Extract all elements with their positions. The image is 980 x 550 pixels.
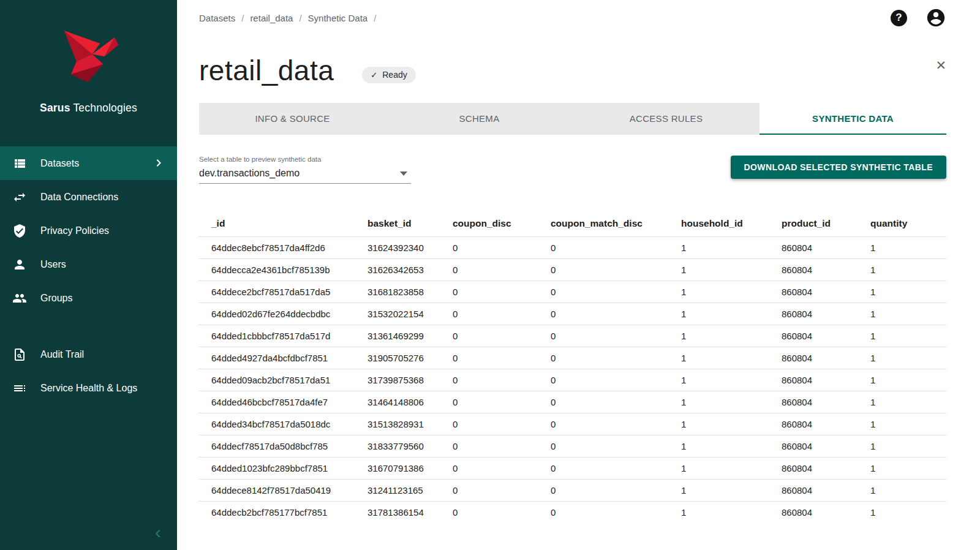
cell-household-id: 1	[681, 237, 782, 259]
sidebar-item-users[interactable]: Users	[0, 247, 177, 281]
account-icon[interactable]	[925, 7, 946, 28]
origami-bird-icon	[55, 29, 123, 86]
sarus-logo	[0, 0, 177, 86]
table-row[interactable]: 64ddece8142f78517da504193124112316500186…	[199, 480, 946, 502]
sidebar-item-privacy-policies[interactable]: Privacy Policies	[0, 214, 177, 247]
cell-coupon-match-disc: 0	[551, 369, 681, 391]
column-header-basket-id: basket_id	[368, 212, 453, 237]
cell-coupon-match-disc: 0	[551, 237, 681, 259]
cell-quantity: 1	[870, 259, 946, 281]
cell-quantity: 1	[870, 435, 946, 458]
top-icons: ?	[891, 7, 946, 28]
cell-basket-id: 31781386154	[368, 502, 453, 524]
tab-access-rules[interactable]: ACCESS RULES	[573, 103, 760, 135]
sidebar-item-service-health-logs[interactable]: Service Health & Logs	[0, 371, 177, 405]
cell-product-id: 860804	[782, 347, 870, 369]
cell-household-id: 1	[681, 303, 782, 325]
cell-id: 64dded4927da4bcfdbcf7851	[199, 347, 368, 369]
download-synthetic-table-button[interactable]: DOWNLOAD SELECTED SYNTHETIC TABLE	[731, 156, 947, 179]
cell-product-id: 860804	[782, 325, 870, 347]
collapse-sidebar-icon[interactable]: ‹	[155, 523, 161, 541]
cell-quantity: 1	[870, 237, 946, 259]
cell-coupon-disc: 0	[453, 281, 551, 303]
cell-id: 64ddecb2bcf785177bcf7851	[199, 502, 368, 524]
help-icon[interactable]: ?	[891, 10, 907, 26]
sidebar-item-label: Users	[40, 259, 66, 270]
table-row[interactable]: 64ddece2bcf78517da517da53168182385800186…	[199, 281, 946, 303]
breadcrumb-item-retail-data[interactable]: retail_data	[250, 13, 293, 23]
cell-coupon-match-disc: 0	[551, 391, 681, 413]
cell-coupon-match-disc: 0	[551, 259, 681, 281]
table-select[interactable]: dev.transactions_demo	[199, 168, 411, 184]
sidebar-item-data-connections[interactable]: Data Connections	[0, 180, 177, 214]
table-row[interactable]: 64ddecf78517da50d8bcf7853183377956000186…	[199, 435, 946, 458]
cell-coupon-disc: 0	[453, 458, 551, 480]
breadcrumb-separator: /	[241, 13, 244, 23]
breadcrumb-item-synthetic-data[interactable]: Synthetic Data	[308, 13, 368, 23]
cell-product-id: 860804	[782, 303, 870, 325]
cell-id: 64ddec8ebcf78517da4ff2d6	[199, 237, 368, 259]
column-header-coupon-disc: coupon_disc	[453, 212, 551, 237]
table-row[interactable]: 64dded02d67fe264ddecbdbc3153202215400186…	[199, 303, 946, 325]
cell-household-id: 1	[681, 259, 782, 281]
breadcrumb-separator: /	[374, 13, 376, 23]
table-row[interactable]: 64dded4927da4bcfdbcf78513190570527600186…	[199, 347, 946, 369]
tab-synthetic-data[interactable]: SYNTHETIC DATA	[760, 103, 946, 135]
close-icon[interactable]: ✕	[935, 59, 946, 72]
sidebar-item-label: Privacy Policies	[40, 225, 109, 236]
column-header-quantity: quantity	[870, 212, 946, 237]
cell-id: 64ddece2bcf78517da517da5	[199, 281, 368, 303]
cell-product-id: 860804	[782, 435, 870, 458]
table-row[interactable]: 64ddec8ebcf78517da4ff2d63162439234000186…	[199, 237, 946, 259]
tab-schema[interactable]: SCHEMA	[386, 103, 573, 135]
sidebar-item-audit-trail[interactable]: Audit Trail	[0, 337, 177, 371]
breadcrumb-item-datasets[interactable]: Datasets	[199, 13, 235, 23]
sidebar-item-groups[interactable]: Groups	[0, 281, 177, 315]
cell-household-id: 1	[681, 502, 782, 524]
logs-icon	[12, 381, 27, 396]
cell-coupon-match-disc: 0	[551, 458, 681, 480]
tab-bar: INFO & SOURCESCHEMAACCESS RULESSYNTHETIC…	[199, 103, 946, 135]
cell-coupon-match-disc: 0	[551, 281, 681, 303]
cell-product-id: 860804	[782, 458, 870, 480]
cell-id: 64ddece8142f78517da50419	[199, 480, 368, 502]
table-row[interactable]: 64ddecca2e4361bcf785139b3162634265300186…	[199, 259, 946, 281]
cell-coupon-disc: 0	[453, 259, 551, 281]
sidebar-item-label: Groups	[40, 293, 72, 304]
status-label: Ready	[382, 70, 407, 80]
people-icon	[12, 291, 27, 306]
table-row[interactable]: 64dded46bcbcf78517da4fe73146414880600186…	[199, 391, 946, 413]
cell-quantity: 1	[870, 281, 946, 303]
cell-coupon-match-disc: 0	[551, 435, 681, 458]
swap-arrows-icon	[12, 190, 27, 205]
cell-household-id: 1	[681, 347, 782, 369]
table-header: _idbasket_idcoupon_disccoupon_match_disc…	[199, 212, 946, 237]
cell-basket-id: 31670791386	[368, 458, 453, 480]
cell-quantity: 1	[870, 325, 946, 347]
table-row[interactable]: 64ddecb2bcf785177bcf78513178138615400186…	[199, 502, 946, 524]
cell-id: 64ddecca2e4361bcf785139b	[199, 259, 368, 281]
table-row[interactable]: 64dded34bcf78517da5018dc3151382893100186…	[199, 413, 946, 435]
cell-coupon-disc: 0	[453, 325, 551, 347]
cell-basket-id: 31241123165	[368, 480, 453, 502]
cell-id: 64dded46bcbcf78517da4fe7	[199, 391, 368, 413]
title-row: retail_data ✓ Ready ✕	[199, 54, 946, 87]
table-row[interactable]: 64dded1cbbbcf78517da517d3136146929900186…	[199, 325, 946, 347]
table-row[interactable]: 64dded09acb2bcf78517da513173987536800186…	[199, 369, 946, 391]
cell-basket-id: 31739875368	[368, 369, 453, 391]
column-header-household-id: household_id	[681, 212, 782, 237]
cell-quantity: 1	[870, 413, 946, 435]
cell-id: 64ddecf78517da50d8bcf785	[199, 435, 368, 458]
chevron-right-icon	[151, 156, 166, 170]
cell-household-id: 1	[681, 391, 782, 413]
sidebar-item-datasets[interactable]: Datasets	[0, 146, 177, 180]
cell-basket-id: 31464148806	[368, 391, 453, 413]
cell-basket-id: 31833779560	[368, 435, 453, 458]
breadcrumb-separator: /	[299, 13, 301, 23]
table-row[interactable]: 64dded1023bfc289bbcf78513167079138600186…	[199, 458, 946, 480]
cell-coupon-disc: 0	[453, 435, 551, 458]
cell-coupon-disc: 0	[453, 303, 551, 325]
breadcrumb: Datasets/retail_data/Synthetic Data/	[199, 13, 382, 23]
cell-coupon-match-disc: 0	[551, 325, 681, 347]
tab-info-source[interactable]: INFO & SOURCE	[199, 103, 386, 135]
